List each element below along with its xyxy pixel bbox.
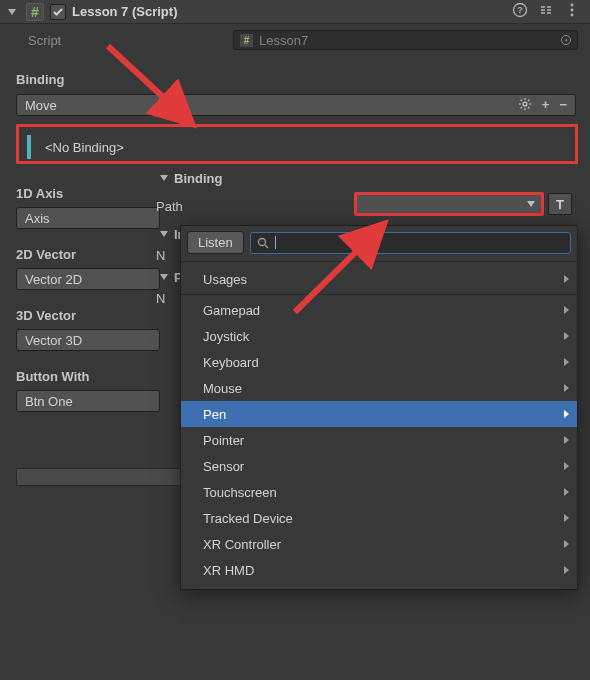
foldout-icon[interactable] <box>160 175 168 181</box>
svg-line-10 <box>520 99 521 100</box>
popup-item-label: Gamepad <box>203 303 260 318</box>
popup-item-label: XR Controller <box>203 537 281 552</box>
svg-text:?: ? <box>517 5 523 15</box>
group-button-with: Button With Btn One <box>16 365 160 412</box>
group-value[interactable]: Vector 2D <box>16 268 160 290</box>
path-dropdown[interactable] <box>354 192 544 216</box>
no-binding-label: <No Binding> <box>31 140 124 155</box>
svg-line-12 <box>520 107 521 108</box>
group-label: Button With <box>16 365 160 388</box>
popup-item[interactable]: Pen <box>181 401 577 427</box>
chevron-right-icon <box>564 384 569 392</box>
binding-move-row[interactable]: Move + − <box>16 94 576 116</box>
group-value[interactable]: Btn One <box>16 390 160 412</box>
popup-item-label: Pen <box>203 407 226 422</box>
listen-button[interactable]: Listen <box>187 231 244 254</box>
script-icon: # <box>26 3 44 21</box>
chevron-right-icon <box>564 306 569 314</box>
popup-item[interactable]: Gamepad <box>181 297 577 323</box>
chevron-right-icon <box>564 332 569 340</box>
chevron-down-icon <box>527 201 535 207</box>
group-1d-axis: 1D Axis Axis <box>16 182 160 229</box>
presets-icon[interactable] <box>538 2 554 21</box>
sub-binding-header[interactable]: Binding <box>140 164 578 192</box>
popup-item[interactable]: XR Controller <box>181 531 577 557</box>
popup-item-label: XR HMD <box>203 563 254 578</box>
group-label: 2D Vector <box>16 243 160 266</box>
svg-point-14 <box>258 238 265 245</box>
svg-point-3 <box>571 9 574 12</box>
svg-point-5 <box>523 102 527 106</box>
script-label: Script <box>28 33 223 48</box>
enabled-checkbox[interactable] <box>50 4 66 20</box>
popup-item[interactable]: Sensor <box>181 453 577 479</box>
add-icon[interactable]: + <box>542 97 550 114</box>
gear-icon[interactable] <box>518 97 532 114</box>
popup-item[interactable]: Joystick <box>181 323 577 349</box>
left-properties: 1D Axis Axis 2D Vector Vector 2D 3D Vect… <box>0 176 160 426</box>
menu-icon[interactable] <box>564 2 580 21</box>
path-label: Path <box>156 199 336 214</box>
object-picker-icon[interactable] <box>561 35 571 45</box>
popup-item[interactable]: Usages <box>181 266 577 292</box>
chevron-right-icon <box>564 436 569 444</box>
chevron-right-icon <box>564 488 569 496</box>
script-object-field[interactable]: # Lesson7 <box>233 30 578 50</box>
chevron-right-icon <box>564 358 569 366</box>
binding-move-label: Move <box>17 98 518 113</box>
popup-item[interactable]: Pointer <box>181 427 577 453</box>
chevron-right-icon <box>564 566 569 574</box>
popup-item-label: Pointer <box>203 433 244 448</box>
group-2d-vector: 2D Vector Vector 2D <box>16 243 160 290</box>
divider <box>181 261 577 262</box>
popup-item[interactable]: XR HMD <box>181 557 577 583</box>
divider <box>181 294 577 295</box>
remove-icon[interactable]: − <box>559 97 567 114</box>
foldout-icon[interactable] <box>160 274 168 280</box>
popup-item-label: Joystick <box>203 329 249 344</box>
path-text-toggle[interactable]: T <box>548 193 572 215</box>
chevron-right-icon <box>564 540 569 548</box>
popup-item[interactable]: Touchscreen <box>181 479 577 505</box>
popup-item-label: Touchscreen <box>203 485 277 500</box>
chevron-right-icon <box>564 462 569 470</box>
foldout-icon[interactable] <box>160 231 168 237</box>
group-value[interactable]: Axis <box>16 207 160 229</box>
group-label: 1D Axis <box>16 182 160 205</box>
svg-line-11 <box>528 107 529 108</box>
popup-header: Listen <box>181 226 577 259</box>
popup-item-label: Keyboard <box>203 355 259 370</box>
svg-point-4 <box>571 14 574 17</box>
search-icon <box>257 237 269 249</box>
path-picker-popup: Listen UsagesGamepadJoystickKeyboardMous… <box>180 225 578 590</box>
binding-heading: Binding <box>16 72 64 87</box>
popup-item[interactable]: Tracked Device <box>181 505 577 531</box>
popup-item[interactable]: Keyboard <box>181 349 577 375</box>
popup-item-label: Sensor <box>203 459 244 474</box>
svg-point-2 <box>571 4 574 7</box>
script-object-name: Lesson7 <box>259 33 308 48</box>
search-input[interactable] <box>250 232 571 254</box>
chevron-right-icon <box>564 514 569 522</box>
foldout-icon[interactable] <box>8 9 16 15</box>
chevron-right-icon <box>564 275 569 283</box>
no-binding-highlight: <No Binding> <box>16 124 578 164</box>
popup-list: UsagesGamepadJoystickKeyboardMousePenPoi… <box>181 264 577 589</box>
chevron-right-icon <box>564 410 569 418</box>
sub-binding-label: Binding <box>174 171 222 186</box>
popup-item[interactable]: Mouse <box>181 375 577 401</box>
script-mini-icon: # <box>240 34 253 47</box>
svg-line-13 <box>528 99 529 100</box>
group-3d-vector: 3D Vector Vector 3D <box>16 304 160 351</box>
popup-item-label: Tracked Device <box>203 511 293 526</box>
script-field-row: Script # Lesson7 <box>0 24 590 56</box>
group-label: 3D Vector <box>16 304 160 327</box>
no-binding-row[interactable]: <No Binding> <box>27 135 571 159</box>
popup-item-label: Mouse <box>203 381 242 396</box>
popup-item-label: Usages <box>203 272 247 287</box>
component-title: Lesson 7 (Script) <box>72 4 506 19</box>
help-icon[interactable]: ? <box>512 2 528 21</box>
component-header: # Lesson 7 (Script) ? <box>0 0 590 24</box>
svg-line-15 <box>265 245 268 248</box>
group-value[interactable]: Vector 3D <box>16 329 160 351</box>
